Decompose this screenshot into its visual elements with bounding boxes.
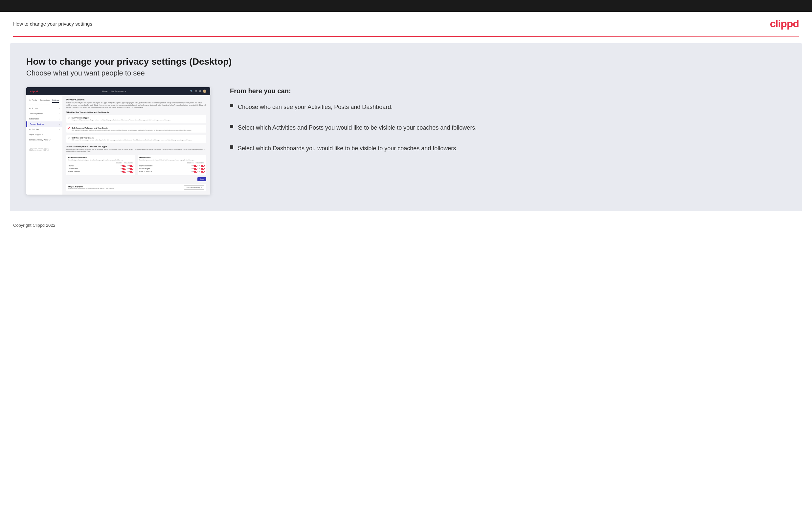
mock-toggle-rounds-followers [130,165,133,167]
bullet-list: Choose who can see your Activities, Post… [230,103,786,153]
header-divider [13,36,799,37]
mock-chevron-icon-5: › [59,128,60,130]
bullet-item-3: Select which Dashboards you would like t… [230,144,786,153]
mock-row-manual: Manual Activities ON ON [68,171,133,173]
mock-navbar: clippd Home My Performance 🔍 ⊞ ⚙ [26,87,210,95]
mock-sidebar-privacy-policy: Service & Privacy Policy ↗ [26,137,62,143]
mock-toggle-playerdash-coaches [194,165,197,167]
main-content: How to change your privacy settings (Des… [10,43,802,211]
mock-row-rounds: Rounds ON ON [68,165,133,167]
mock-toggle-manual-coaches [122,171,126,173]
bullet-square-1 [230,104,233,107]
mock-row-round-insights: Round Insights ON ON [139,168,205,170]
page-heading: How to change your privacy settings (Des… [26,56,786,67]
mock-settings-icon: ⚙ [199,90,201,93]
right-panel: From here you can: Choose who can see yo… [230,87,786,165]
mock-chevron-icon-3: › [59,118,60,120]
mock-option-everyone: Everyone on Clippd Everyone on Clippd ca… [66,115,206,123]
mock-sidebar-privacy-controls: Privacy Controls › [26,121,62,127]
mock-toggle-rounds-coaches [122,165,126,167]
mock-nav-performance: My Performance [111,90,126,92]
mock-sidebar-golf-bag: My Golf Bag › [26,127,62,132]
mock-sidebar-my-account: My Account › [26,106,62,111]
mock-sidebar-version: Clippd Client Version: 2022.8.2SQL Serve… [26,145,62,154]
mock-save-row: Save [66,177,206,181]
bullet-text-3: Select which Dashboards you would like t… [238,144,458,153]
mock-nav-icons: 🔍 ⊞ ⚙ [190,90,206,93]
mock-tables-row: Activities and Posts Select the types of… [66,155,206,175]
mock-show-hide-desc: Regardless of the privacy controls that … [66,149,206,153]
footer: Copyright Clippd 2022 [0,218,812,233]
mock-radio-followers [68,127,70,129]
mock-tab-profile: My Profile [29,99,37,103]
mock-option-followers: Only Approved Followers and Your Coach O… [66,125,206,133]
mock-toggle-playerdash-followers [201,165,205,167]
mock-nav-links: Home My Performance [102,90,126,92]
mock-sidebar-data-integrations: Data Integrations › [26,111,62,116]
mock-sidebar: My Profile Connections Settings My Accou… [26,95,62,194]
bullet-square-3 [230,146,233,149]
mock-avatar [203,90,206,93]
mock-radio-everyone [68,117,70,119]
mock-main-panel: Privacy Controls Control how you and you… [62,95,210,194]
from-here-title: From here you can: [230,87,786,95]
mock-toggle-practice-coaches [122,168,126,170]
bullet-text-1: Choose who can see your Activities, Post… [238,103,393,112]
screenshot-container: clippd Home My Performance 🔍 ⊞ ⚙ [26,87,210,194]
mock-row-what-to-work: What To Work On ON ON [139,171,205,173]
mock-tab-connections: Connections [39,99,50,103]
mock-help-row: Help & Support Visit our Clippd communit… [66,184,206,191]
mock-tab-settings: Settings [52,99,59,103]
mock-chevron-icon-4: › [59,123,60,125]
mock-toggle-roundinsights-followers [201,168,205,170]
mock-toggle-practice-followers [130,168,133,170]
mock-toggle-roundinsights-coaches [194,168,197,170]
mock-nav-home: Home [102,90,107,92]
mock-toggle-whattowork-followers [201,171,205,173]
mock-row-practice: Practice Drills ON ON [68,168,133,170]
bullet-item-1: Choose who can see your Activities, Post… [230,103,786,112]
header-title: How to change your privacy settings [13,21,92,26]
mock-save-button[interactable]: Save [197,177,206,181]
bullet-item-2: Select which Activities and Posts you wo… [230,123,786,132]
mock-radio-only-you [68,137,70,139]
mock-logo: clippd [30,90,38,93]
screenshot-mockup: clippd Home My Performance 🔍 ⊞ ⚙ [26,87,210,194]
page-subheading: Choose what you want people to see [26,69,786,77]
mock-search-icon: 🔍 [190,90,193,93]
copyright: Copyright Clippd 2022 [13,223,55,228]
mock-privacy-controls-desc: Control how you and your data appears to… [66,102,206,109]
mock-chevron-icon-2: › [59,113,60,115]
mock-who-can-see-title: Who Can See Your Activities and Dashboar… [66,111,206,113]
mock-show-hide-title: Show or hide specific features in Clippd [66,146,206,148]
mock-sidebar-tabs: My Profile Connections Settings [26,98,62,104]
header: How to change your privacy settings clip… [0,12,812,36]
mock-sidebar-subscription: Subscription › [26,116,62,121]
bullet-text-2: Select which Activities and Posts you wo… [238,123,476,132]
mock-grid-icon: ⊞ [195,90,197,93]
mock-option-only-you: Only You and Your Coach Only you and the… [66,135,206,143]
mock-visit-community-button[interactable]: Visit Our Community ↗ [184,185,204,190]
bullet-square-2 [230,125,233,128]
top-bar [0,0,812,12]
content-row: clippd Home My Performance 🔍 ⊞ ⚙ [26,87,786,194]
mock-sidebar-help: Help & Support ↗ [26,132,62,137]
mock-activities-table: Activities and Posts Select the types of… [66,155,135,175]
mock-row-player-dashboard: Player Dashboard ON ON [139,165,205,167]
logo: clippd [770,18,799,30]
mock-chevron-icon: › [59,107,60,109]
mock-toggle-manual-followers [130,171,133,173]
mock-dashboards-table: Dashboards Select the types of activity … [138,155,206,175]
mock-body: My Profile Connections Settings My Accou… [26,95,210,194]
mock-toggle-whattowork-coaches [194,171,197,173]
mock-privacy-controls-title: Privacy Controls [66,99,206,101]
